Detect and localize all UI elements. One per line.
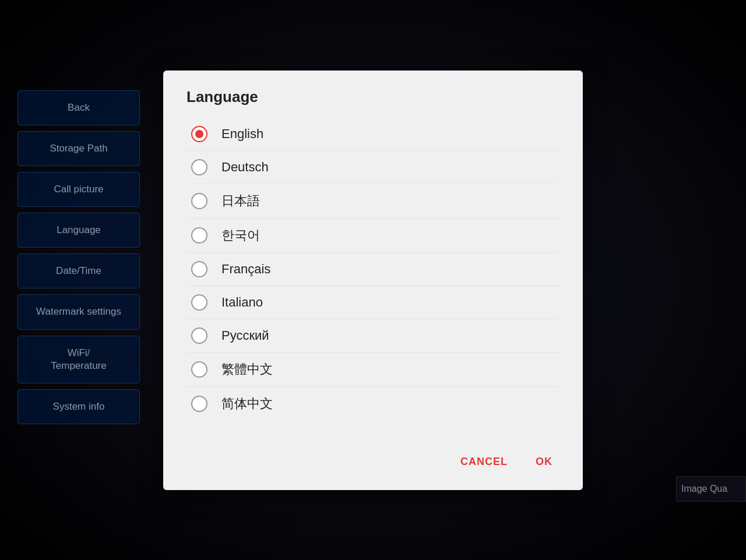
modal-title: Language (186, 88, 560, 106)
radio-japanese (191, 193, 207, 209)
radio-french (191, 261, 207, 277)
language-label-traditional-chinese: 繁體中文 (221, 361, 273, 378)
language-label-simplified-chinese: 简体中文 (221, 395, 273, 413)
ok-button[interactable]: OK (529, 451, 560, 473)
radio-traditional-chinese (191, 361, 207, 378)
modal-backdrop: Language English Deutsch 日本語 (0, 0, 746, 560)
language-label-deutsch: Deutsch (221, 160, 269, 175)
language-label-french: Français (221, 262, 270, 277)
language-option-simplified-chinese[interactable]: 简体中文 (186, 387, 560, 421)
language-option-korean[interactable]: 한국어 (186, 219, 560, 253)
radio-simplified-chinese (191, 396, 207, 412)
radio-deutsch (191, 159, 207, 175)
language-option-english[interactable]: English (186, 118, 560, 151)
language-dialog: Language English Deutsch 日本語 (163, 71, 583, 490)
radio-russian (191, 327, 207, 344)
cancel-button[interactable]: CANCEL (453, 451, 515, 473)
language-label-italian: Italiano (221, 295, 263, 310)
language-list: English Deutsch 日本語 한국어 Français (186, 118, 560, 434)
radio-korean (191, 227, 207, 244)
language-label-russian: Русский (221, 328, 269, 343)
language-option-deutsch[interactable]: Deutsch (186, 151, 560, 184)
radio-italian (191, 294, 207, 311)
language-option-traditional-chinese[interactable]: 繁體中文 (186, 353, 560, 387)
language-option-italian[interactable]: Italiano (186, 286, 560, 319)
language-option-japanese[interactable]: 日本語 (186, 184, 560, 219)
language-option-french[interactable]: Français (186, 253, 560, 286)
radio-english (191, 126, 207, 142)
language-label-japanese: 日本語 (221, 192, 260, 210)
modal-footer: CANCEL OK (186, 439, 560, 473)
language-label-korean: 한국어 (221, 227, 260, 244)
language-label-english: English (221, 126, 263, 142)
radio-english-fill (195, 130, 203, 138)
language-option-russian[interactable]: Русский (186, 319, 560, 353)
